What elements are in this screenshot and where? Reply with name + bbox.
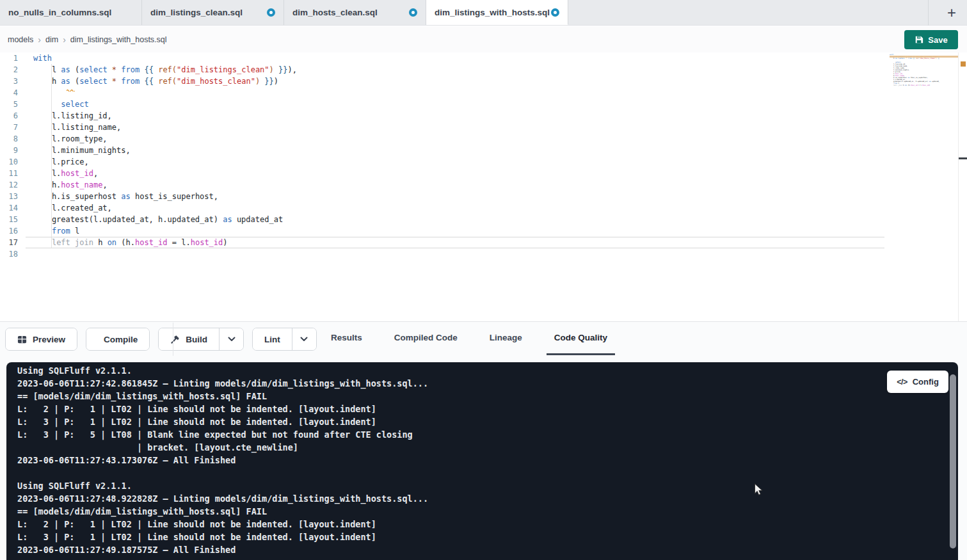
code-line[interactable]: h as (select * from {{ ref("dim_hosts_cl… [0, 76, 890, 87]
hammer-icon [170, 335, 180, 344]
code-token: host_id [191, 238, 223, 247]
code-line[interactable]: l.listing_name, [0, 122, 890, 133]
tab-no_nulls_in_columns.sql[interactable]: no_nulls_in_columns.sql [0, 0, 142, 25]
code-token: from [121, 77, 140, 86]
code-line[interactable]: from l [0, 225, 890, 237]
save-button[interactable]: Save [904, 30, 958, 49]
code-token: h.is_superhost [33, 192, 121, 201]
code-token: host_is_superhost, [131, 192, 218, 201]
code-token: as [121, 192, 130, 201]
code-line[interactable]: greatest(l.updated_at, h.updated_at) as … [0, 214, 890, 225]
code-token: from [121, 65, 140, 74]
minimap-token: host_id [922, 84, 929, 86]
code-line[interactable]: select [0, 99, 890, 110]
code-token: select [79, 65, 107, 74]
minimap-token: host_id [911, 84, 918, 86]
warning-marker-icon [961, 61, 966, 67]
tab-label: no_nulls_in_columns.sql [8, 8, 111, 17]
dbt-cloud-ide: no_nulls_in_columns.sqldim_listings_clea… [0, 0, 967, 560]
code-line[interactable]: left join h on (h.host_id = l.host_id) [0, 237, 890, 248]
code-editor[interactable]: 123456789101112131415161718 with l as (s… [0, 52, 967, 321]
tab-dim_hosts_clean.sql[interactable]: dim_hosts_clean.sql [284, 0, 426, 25]
code-token: l. [33, 169, 61, 178]
code-token: "dim_listings_clean" [177, 65, 269, 74]
code-token: }} [264, 77, 273, 86]
minimap-token: select [899, 58, 905, 60]
breadcrumb-item[interactable]: models [8, 35, 33, 44]
code-token: * [112, 77, 116, 86]
tab-dim_listings_with_hosts.sql[interactable]: dim_listings_with_hosts.sql [426, 0, 568, 25]
minimap-token: ) [929, 84, 931, 86]
lint-dropdown-button[interactable] [292, 328, 316, 350]
breadcrumb: models›dim›dim_listings_with_hosts.sql [0, 26, 967, 52]
tab-results[interactable]: Results [323, 322, 370, 355]
chevron-right-icon: › [63, 35, 66, 45]
code-token: h [33, 77, 61, 86]
code-line[interactable] [0, 87, 890, 99]
code-line[interactable]: l.price, [0, 156, 890, 168]
code-line[interactable]: l.host_id, [0, 168, 890, 179]
code-line[interactable]: with [0, 52, 890, 64]
table-icon [17, 335, 27, 344]
code-line[interactable]: h.host_name, [0, 179, 890, 191]
build-button[interactable]: Build [159, 328, 219, 350]
action-toolbar: PreviewCompileBuildLint [5, 328, 317, 351]
breadcrumb-item[interactable]: dim_listings_with_hosts.sql [70, 35, 167, 44]
code-token [33, 100, 61, 109]
code-token: left join [52, 238, 93, 247]
code-token: h. [33, 180, 61, 189]
new-tab-button[interactable]: + [941, 0, 962, 26]
minimap[interactable]: with l as (select * from {{ ref("dim_lis… [890, 54, 939, 99]
code-token: * [112, 65, 116, 74]
cursor-position-marker [959, 157, 967, 159]
code-token [108, 65, 112, 74]
code-token: l.created_at, [33, 204, 112, 212]
result-panel-tabs: ResultsCompiled CodeLineageCode Quality [315, 322, 623, 355]
code-token: ( [70, 65, 79, 74]
breadcrumb-item[interactable]: dim [45, 35, 58, 44]
code-line[interactable]: l.listing_id, [0, 110, 890, 122]
code-line[interactable]: h.is_superhost as host_is_superhost, [0, 191, 890, 202]
modified-dot-icon [551, 8, 559, 17]
minimap-token: left join [893, 84, 902, 86]
code-line[interactable]: l.room_type, [0, 133, 890, 145]
preview-button-group: Preview [5, 328, 77, 351]
config-label: Config [913, 377, 939, 387]
tab-label: dim_hosts_clean.sql [292, 8, 378, 17]
code-line[interactable]: l as (select * from {{ ref("dim_listings… [0, 64, 890, 76]
tab-lineage[interactable]: Lineage [482, 322, 530, 355]
preview-label: Preview [33, 335, 65, 344]
code-token: h [93, 238, 108, 247]
bottom-panel: PreviewCompileBuildLint ResultsCompiled … [0, 321, 967, 560]
code-token: l [33, 65, 61, 74]
lint-button[interactable]: Lint [253, 328, 292, 350]
code-token: = [168, 238, 182, 247]
tab-code-quality[interactable]: Code Quality [547, 322, 615, 355]
config-button[interactable]: </> Config [887, 371, 948, 393]
code-line[interactable] [0, 248, 890, 260]
minimap-token: updated_at [931, 81, 939, 83]
build-dropdown-button[interactable] [219, 328, 243, 350]
chevron-down-icon [228, 337, 236, 342]
code-token: l. [181, 238, 190, 247]
terminal[interactable]: Using SQLFluff v2.1.1. 2023-06-06T11:27:… [6, 362, 958, 560]
minimap-token: h [890, 58, 895, 60]
code-token: select [79, 77, 107, 86]
lint-squiggle-icon [67, 83, 75, 85]
tab-compiled-code[interactable]: Compiled Code [387, 322, 465, 355]
code-token: host_id [61, 169, 93, 178]
code-token: l.listing_id, [33, 111, 112, 120]
terminal-scrollbar[interactable] [950, 374, 956, 548]
compile-button[interactable]: Compile [86, 328, 149, 350]
code-token: , [102, 180, 107, 189]
minimap-warning-band [890, 56, 958, 58]
tab-dim_listings_clean.sql[interactable]: dim_listings_clean.sql [142, 0, 284, 25]
preview-button[interactable]: Preview [6, 328, 77, 350]
code-content[interactable]: with l as (select * from {{ ref("dim_lis… [0, 52, 890, 260]
code-line[interactable]: l.minimum_nights, [0, 145, 890, 156]
code-token: l.listing_name, [33, 123, 121, 132]
code-token: l.room_type, [33, 134, 108, 143]
code-token: l.minimum_nights, [33, 146, 131, 155]
code-token: {{ [144, 77, 153, 86]
code-line[interactable]: l.created_at, [0, 202, 890, 214]
